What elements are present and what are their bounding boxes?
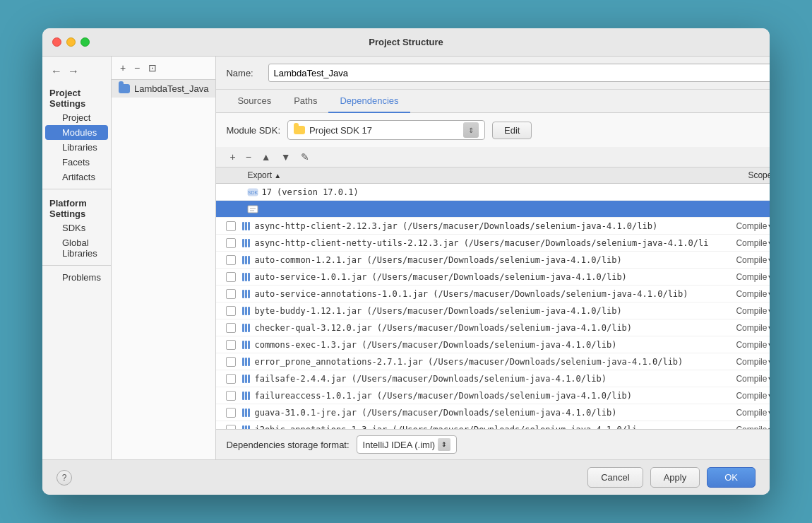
close-button[interactable] — [52, 37, 61, 47]
deps-rows[interactable]: SDK 17 (version 17.0.1) async-http-clien… — [216, 184, 770, 429]
sidebar-item-facets[interactable]: Facets — [45, 155, 108, 170]
apply-button[interactable]: Apply — [650, 467, 700, 488]
module-entry-lambdatest[interactable]: LambdaTest_Java — [112, 80, 216, 98]
titlebar: Project Structure — [42, 28, 770, 57]
svg-text:SDK: SDK — [248, 190, 258, 195]
sidebar-divider-2 — [42, 265, 111, 266]
deps-down-button[interactable]: ▼ — [277, 150, 294, 164]
sidebar: ← → Project Settings Project Modules Lib… — [42, 57, 112, 459]
table-row[interactable]: byte-buddy-1.12.1.jar (/Users/macuser/Do… — [216, 302, 770, 319]
window-title: Project Structure — [369, 37, 443, 47]
deps-toolbar: + − ▲ ▼ ✎ — [216, 147, 770, 168]
tabs-bar: Sources Paths Dependencies — [216, 90, 770, 113]
sidebar-item-modules[interactable]: Modules — [45, 125, 108, 140]
storage-label: Dependencies storage format: — [226, 440, 349, 450]
jar-icon — [240, 238, 251, 248]
module-list-toolbar: + − ⊡ — [112, 57, 216, 80]
export-header: Export ▲ — [247, 170, 297, 180]
name-label: Name: — [226, 68, 261, 78]
copy-module-button[interactable]: ⊡ — [145, 61, 160, 75]
dep-checkbox[interactable] — [226, 272, 236, 282]
dep-checkbox[interactable] — [226, 340, 236, 350]
table-row[interactable]: failsafe-2.4.4.jar (/Users/macuser/Downl… — [216, 370, 770, 387]
storage-select[interactable]: IntelliJ IDEA (.iml) ⇕ — [357, 435, 458, 454]
deps-add-button[interactable]: + — [226, 150, 239, 164]
table-row[interactable]: auto-common-1.2.1.jar (/Users/macuser/Do… — [216, 252, 770, 269]
sdk-icon: SDK — [247, 187, 258, 197]
jar-icon — [240, 221, 251, 231]
jar-icon — [240, 255, 251, 265]
table-row[interactable]: j2objc_annotations-1.3.jar (/Users/macus… — [216, 421, 770, 429]
platform-settings-header: Platform Settings — [42, 194, 111, 221]
sdk-row: Module SDK: Project SDK 17 ⇕ Edit — [216, 113, 770, 147]
footer: ? Cancel Apply OK — [42, 459, 770, 495]
tab-dependencies[interactable]: Dependencies — [328, 90, 410, 113]
sidebar-item-artifacts[interactable]: Artifacts — [45, 170, 108, 184]
cancel-button[interactable]: Cancel — [587, 467, 643, 488]
deps-table-header: Export ▲ Scope — [216, 168, 770, 184]
dep-checkbox[interactable] — [226, 255, 236, 265]
name-input[interactable] — [268, 64, 770, 82]
jar-icon — [240, 289, 251, 299]
tab-paths[interactable]: Paths — [282, 90, 328, 113]
jar-icon — [240, 306, 251, 316]
table-row[interactable]: async-http-client-netty-utils-2.12.3.jar… — [216, 235, 770, 252]
dep-checkbox[interactable] — [226, 238, 236, 248]
sdk-edit-button[interactable]: Edit — [492, 122, 532, 139]
deps-remove-button[interactable]: − — [242, 150, 255, 164]
add-module-button[interactable]: + — [117, 61, 129, 75]
sidebar-item-project[interactable]: Project — [45, 110, 108, 125]
table-row[interactable]: auto-service-1.0.1.jar (/Users/macuser/D… — [216, 269, 770, 286]
scope-col-header: Scope — [708, 170, 770, 180]
module-folder-icon — [119, 84, 130, 93]
traffic-lights — [52, 37, 90, 47]
forward-button[interactable]: → — [66, 65, 80, 78]
table-row[interactable]: SDK 17 (version 17.0.1) — [216, 184, 770, 201]
right-content: Name: Sources Paths Dependencies Module … — [216, 57, 770, 459]
tab-sources[interactable]: Sources — [226, 90, 282, 113]
project-settings-header: Project Settings — [42, 83, 111, 110]
maximize-button[interactable] — [80, 37, 90, 47]
table-row[interactable] — [216, 201, 770, 218]
minimize-button[interactable] — [66, 37, 76, 47]
deps-up-button[interactable]: ▲ — [258, 150, 275, 164]
jar-icon — [240, 391, 251, 401]
ok-button[interactable]: OK — [707, 467, 756, 488]
jar-icon — [240, 272, 251, 282]
sidebar-item-libraries[interactable]: Libraries — [45, 140, 108, 155]
module-source-icon — [247, 204, 258, 214]
table-row[interactable]: auto-service-annotations-1.0.1.jar (/Use… — [216, 286, 770, 302]
dep-checkbox[interactable] — [226, 374, 236, 384]
sdk-label: Module SDK: — [226, 125, 280, 136]
jar-icon — [240, 408, 251, 418]
dep-checkbox[interactable] — [226, 306, 236, 316]
sidebar-item-sdks[interactable]: SDKs — [45, 221, 108, 235]
sdk-select[interactable]: Project SDK 17 ⇕ — [287, 120, 485, 140]
dep-checkbox[interactable] — [226, 221, 236, 231]
dep-checkbox[interactable] — [226, 323, 236, 333]
sdk-dropdown-arrow: ⇕ — [463, 122, 479, 138]
dep-checkbox[interactable] — [226, 391, 236, 401]
bottom-bar: Dependencies storage format: IntelliJ ID… — [216, 429, 770, 459]
table-row[interactable]: checker-qual-3.12.0.jar (/Users/macuser/… — [216, 319, 770, 336]
sidebar-divider — [42, 189, 111, 189]
sdk-select-text: Project SDK 17 — [309, 125, 459, 136]
table-row[interactable]: error_prone_annotations-2.7.1.jar (/User… — [216, 353, 770, 370]
deps-edit-button[interactable]: ✎ — [297, 150, 313, 164]
table-row[interactable]: guava-31.0.1-jre.jar (/Users/macuser/Dow… — [216, 404, 770, 421]
dep-checkbox[interactable] — [226, 289, 236, 299]
deps-table: Export ▲ Scope SDK 17 (version 17.0.1) — [216, 168, 770, 429]
table-row[interactable]: commons-exec-1.3.jar (/Users/macuser/Dow… — [216, 336, 770, 353]
jar-icon — [240, 340, 251, 350]
sidebar-item-problems[interactable]: Problems — [45, 270, 108, 285]
help-button[interactable]: ? — [56, 470, 72, 486]
sidebar-item-global-libraries[interactable]: Global Libraries — [45, 235, 108, 261]
svg-rect-2 — [248, 206, 258, 213]
table-row[interactable]: failureaccess-1.0.1.jar (/Users/macuser/… — [216, 387, 770, 404]
remove-module-button[interactable]: − — [131, 61, 143, 75]
dep-checkbox[interactable] — [226, 357, 236, 367]
back-button[interactable]: ← — [49, 65, 64, 78]
table-row[interactable]: async-http-client-2.12.3.jar (/Users/mac… — [216, 218, 770, 235]
jar-icon — [240, 374, 251, 384]
dep-checkbox[interactable] — [226, 408, 236, 418]
